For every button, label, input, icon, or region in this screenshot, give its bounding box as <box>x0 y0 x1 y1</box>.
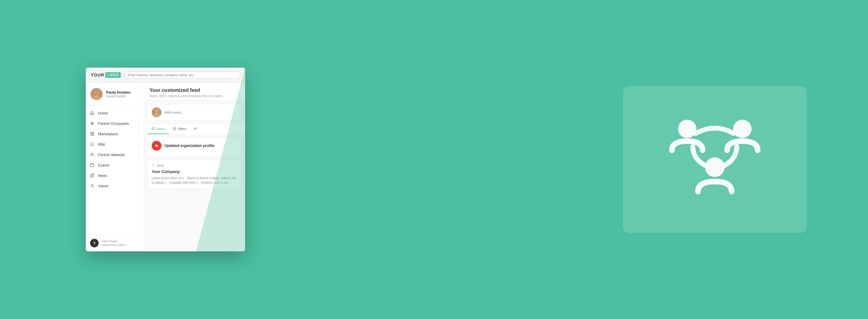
sidebar-item-partner-ecosystem[interactable]: Partner Ecosystem › <box>86 119 144 129</box>
top-bar: YOUR LOGO <box>86 68 245 83</box>
tab-offers[interactable]: Offers <box>169 124 191 134</box>
company-card-name: Your Company <box>152 169 238 174</box>
year-icon: ⬡ <box>152 163 155 167</box>
illustration-card <box>623 86 807 233</box>
main-feed: Your customized feed News, offers, reque… <box>144 83 245 251</box>
feed-tabs: News Offers <box>144 124 245 134</box>
sidebar-footer: ? Data Privacy Powered by LoftOS <box>86 235 144 251</box>
data-privacy-link[interactable]: Data Privacy <box>102 240 126 243</box>
sidebar-label-partner-ecosystem: Partner Ecosystem <box>98 122 135 126</box>
content-area: Paula Houben Innoloft GmbH Home <box>86 83 245 251</box>
tab-news[interactable]: News <box>148 124 169 134</box>
news-tab-icon <box>151 127 155 131</box>
svg-point-20 <box>92 184 93 186</box>
company-card-body: Lorem ipsum dolor sit a... labore et dol… <box>152 176 238 185</box>
sidebar-label-home: Home <box>98 111 140 116</box>
user-name: Paula Houben <box>106 90 130 95</box>
sidebar-label-admin: Admin <box>98 184 140 188</box>
tab-more[interactable] <box>190 124 201 134</box>
browser-window: YOUR LOGO <box>86 68 245 251</box>
grid-icon <box>90 132 95 136</box>
offers-tab-icon <box>173 127 176 131</box>
svg-point-36 <box>705 157 724 177</box>
help-button[interactable]: ? <box>90 239 99 247</box>
post-input[interactable] <box>164 110 238 114</box>
sidebar-label-partner-network: Partner Network <box>98 153 135 157</box>
main-container: YOUR LOGO <box>0 0 868 319</box>
sidebar-item-partner-network[interactable]: Partner Network › <box>86 150 144 160</box>
sidebar-label-wiki: Wiki <box>98 142 135 147</box>
svg-rect-9 <box>93 132 94 133</box>
svg-point-35 <box>733 120 751 138</box>
user-company: Innoloft GmbH <box>106 95 130 98</box>
svg-point-3 <box>95 91 98 94</box>
sidebar-label-news: News <box>98 173 140 178</box>
calendar-icon <box>90 163 95 168</box>
chevron-icon-partner-network: › <box>138 153 140 157</box>
sidebar-item-wiki[interactable]: Wiki › <box>86 139 144 150</box>
asterisk-icon <box>90 121 95 126</box>
sidebar: Paula Houben Innoloft GmbH Home <box>86 83 144 251</box>
home-icon <box>90 111 95 116</box>
sidebar-item-news[interactable]: News <box>86 170 144 181</box>
avatar-image <box>91 88 102 100</box>
user-info: Paula Houben Innoloft GmbH <box>106 90 130 98</box>
chevron-icon-wiki: › <box>138 143 140 146</box>
activity-card-title: Updated organization profile <box>164 143 214 148</box>
avatar-svg <box>91 88 102 100</box>
powered-by-text: Powered by LoftOS <box>102 244 126 247</box>
company-card-year: 2019 <box>157 164 164 167</box>
admin-icon <box>90 184 95 189</box>
feed-title: Your customized feed <box>150 88 240 93</box>
svg-point-34 <box>678 120 696 138</box>
bolt-icon <box>154 143 159 148</box>
svg-rect-8 <box>91 132 92 133</box>
svg-rect-11 <box>91 134 92 135</box>
sidebar-item-admin[interactable]: Admin <box>86 181 144 191</box>
feed-subtitle: News, offers, requests and companies tha… <box>150 94 240 98</box>
feed-header: Your customized feed News, offers, reque… <box>144 83 245 100</box>
bookmark-icon <box>90 142 95 147</box>
post-box <box>148 104 242 121</box>
company-card: ⬡ 2019 Your Company Lorem ipsum dolor si… <box>148 160 242 189</box>
sidebar-label-events: Events <box>98 163 140 167</box>
newspaper-icon <box>90 173 95 178</box>
svg-rect-24 <box>152 127 155 130</box>
tab-offers-label: Offers <box>178 127 187 131</box>
activity-icon <box>152 141 161 151</box>
svg-rect-13 <box>91 163 94 167</box>
sidebar-item-home[interactable]: Home <box>86 108 144 119</box>
sidebar-item-events[interactable]: Events <box>86 160 144 170</box>
sidebar-label-marketplace: Marketplace <box>98 132 135 136</box>
svg-marker-33 <box>194 128 196 130</box>
svg-rect-10 <box>93 134 94 135</box>
post-avatar <box>152 107 161 117</box>
logo-area: YOUR LOGO <box>91 72 121 78</box>
logo-your-text: YOUR <box>91 72 104 77</box>
chevron-icon-partner-ecosystem: › <box>138 122 140 126</box>
footer-links: Data Privacy Powered by LoftOS <box>102 240 126 247</box>
svg-point-22 <box>155 109 158 113</box>
tab-news-label: News <box>157 127 165 131</box>
users-icon <box>90 153 95 157</box>
search-input[interactable] <box>124 71 240 79</box>
activity-card: Updated organization profile <box>148 137 242 157</box>
logo-box-text: LOGO <box>105 72 120 78</box>
activity-card-header: Updated organization profile <box>152 141 238 151</box>
svg-point-28 <box>174 128 175 129</box>
svg-point-12 <box>91 153 93 155</box>
chevron-icon-marketplace: › <box>138 133 140 136</box>
company-card-meta: ⬡ 2019 <box>152 163 238 167</box>
nav-menu: Home Partner Ecosystem › <box>86 106 144 235</box>
user-section: Paula Houben Innoloft GmbH <box>86 83 144 106</box>
sidebar-item-marketplace[interactable]: Marketplace › <box>86 129 144 139</box>
svg-point-2 <box>93 96 100 100</box>
more-tab-icon <box>194 127 197 131</box>
svg-point-27 <box>173 127 176 130</box>
avatar <box>90 88 103 100</box>
post-avatar-svg <box>152 107 161 117</box>
people-network-illustration <box>663 110 767 209</box>
